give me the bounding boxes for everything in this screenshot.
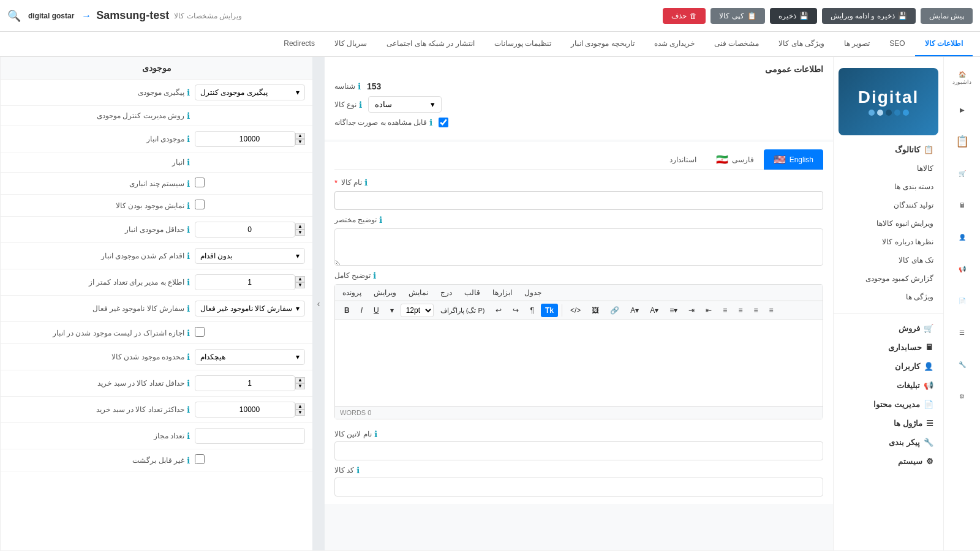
nonreturn-checkbox[interactable] bbox=[195, 454, 205, 464]
tab-seo[interactable]: SEO bbox=[880, 32, 914, 56]
panel-separator[interactable]: › bbox=[312, 57, 325, 550]
toolbar-list-bullets[interactable]: ≡▾ bbox=[665, 304, 682, 317]
alert-spinner-down[interactable]: ▼ bbox=[295, 282, 305, 288]
editor-menu-table[interactable]: جدول bbox=[522, 287, 544, 298]
max-cart-down[interactable]: ▼ bbox=[295, 410, 305, 416]
toolbar-indent[interactable]: ⇥ bbox=[684, 304, 699, 317]
editor-menu-edit[interactable]: ویرایش bbox=[371, 287, 399, 298]
toolbar-paragraph[interactable]: پاراگراف (تگ P) bbox=[436, 304, 489, 317]
copy-button[interactable]: 📋 کپی کالا bbox=[710, 8, 764, 24]
toolbar-align-justify[interactable]: ≡ bbox=[764, 304, 777, 317]
toolbar-undo[interactable]: ↩ bbox=[491, 304, 506, 317]
inventory-amount-input[interactable] bbox=[195, 131, 295, 147]
tab-social[interactable]: انتشار در شبکه های اجتماعی bbox=[377, 32, 484, 56]
show-availability-checkbox[interactable] bbox=[195, 200, 205, 209]
tab-redirects[interactable]: Redirects bbox=[274, 32, 325, 56]
oos-dropdown[interactable]: ▾ سفارش کالا ناموجود غیر فعال bbox=[195, 301, 305, 317]
sidebar-item-sales[interactable]: 🛒 bbox=[948, 159, 977, 188]
min-spinner-down[interactable]: ▼ bbox=[295, 230, 305, 236]
sidebar-item-ads[interactable]: 📢 bbox=[948, 254, 977, 283]
menu-item-manufacturers[interactable]: تولید کنندگان bbox=[834, 196, 943, 214]
editor-menu-insert[interactable]: درج bbox=[438, 287, 454, 298]
menu-item-categories[interactable]: دسته بندی ها bbox=[834, 178, 943, 196]
sidebar-item-system[interactable]: ⚙ bbox=[948, 381, 977, 411]
toolbar-image[interactable]: 🖼 bbox=[587, 304, 603, 317]
tab-specs[interactable]: مشخصات فنی bbox=[704, 32, 769, 56]
toolbar-align-center[interactable]: ≡ bbox=[734, 304, 747, 317]
toolbar-outdent[interactable]: ⇤ bbox=[701, 304, 716, 317]
tab-features[interactable]: ویژگی های کالا bbox=[769, 32, 834, 56]
toolbar-underline[interactable]: U bbox=[369, 304, 383, 317]
save-edit-button[interactable]: 💾 ذخیره و ادامه ویرایش bbox=[822, 8, 916, 24]
sidebar-item-modules[interactable]: ☰ bbox=[948, 318, 977, 347]
toolbar-align-right[interactable]: ≡ bbox=[749, 304, 762, 317]
product-name-input[interactable] bbox=[334, 191, 823, 210]
menu-item-reviews[interactable]: نظرها درباره کالا bbox=[834, 233, 943, 251]
editor-body[interactable] bbox=[335, 320, 823, 406]
font-size-select[interactable]: 12pt 14pt 16pt bbox=[401, 304, 434, 317]
short-desc-input[interactable] bbox=[334, 228, 823, 266]
delete-button[interactable]: 🗑 حذف bbox=[663, 8, 706, 24]
min-cart-down[interactable]: ▼ bbox=[295, 383, 305, 389]
sidebar-item-accounting[interactable]: 🖩 bbox=[948, 190, 977, 220]
search-button[interactable]: 🔍 bbox=[7, 9, 21, 23]
toolbar-more-formatting[interactable]: ▾ bbox=[386, 304, 398, 317]
toolbar-color-bg[interactable]: A▾ bbox=[646, 304, 663, 317]
menu-item-features[interactable]: ویژگی ها bbox=[834, 288, 943, 306]
min-cart-up[interactable]: ▲ bbox=[295, 377, 305, 383]
tab-standard[interactable]: استاندارد bbox=[660, 149, 706, 170]
menu-item-tags[interactable]: تک های کالا bbox=[834, 251, 943, 269]
min-inventory-input[interactable] bbox=[195, 222, 295, 238]
latin-name-input[interactable] bbox=[334, 441, 823, 460]
subscribe-checkbox[interactable] bbox=[195, 327, 205, 337]
sidebar-item-users[interactable]: 👤 bbox=[948, 222, 977, 252]
toolbar-color-text[interactable]: A▾ bbox=[626, 304, 643, 317]
min-cart-input[interactable] bbox=[195, 375, 295, 391]
type-dropdown[interactable]: ▾ ساده bbox=[368, 96, 442, 113]
sidebar-item-content[interactable]: 📄 bbox=[948, 286, 977, 315]
sidebar-item-catalog[interactable]: 📋 bbox=[948, 127, 977, 156]
toolbar-redo[interactable]: ↪ bbox=[508, 304, 523, 317]
alert-qty-input[interactable] bbox=[195, 274, 295, 290]
sidebar-item-config[interactable]: 🔧 bbox=[948, 350, 977, 379]
editor-menu-tools[interactable]: ابزارها bbox=[490, 287, 514, 298]
tab-serial[interactable]: سریال کالا bbox=[325, 32, 377, 56]
alert-spinner-up[interactable]: ▲ bbox=[295, 276, 305, 282]
action-dropdown[interactable]: ▾ بدون اقدام bbox=[195, 248, 305, 264]
save-button[interactable]: 💾 ذخیره bbox=[770, 8, 817, 24]
product-code-input[interactable] bbox=[334, 478, 823, 497]
toolbar-bold[interactable]: B bbox=[340, 304, 354, 317]
spinner-up[interactable]: ▲ bbox=[295, 133, 305, 139]
visible-checkbox[interactable] bbox=[439, 118, 448, 127]
toolbar-rtl[interactable]: Tk bbox=[541, 304, 558, 317]
toolbar-link[interactable]: 🔗 bbox=[606, 304, 624, 317]
tab-farsi[interactable]: 🇮🇷 فارسی bbox=[706, 149, 764, 170]
tracking-dropdown[interactable]: ▾ پیگیری موجودی کنترل bbox=[195, 84, 305, 100]
editor-menu-format[interactable]: قالب bbox=[462, 287, 483, 298]
spinner-down[interactable]: ▼ bbox=[295, 139, 305, 145]
toolbar-paragraph-mark[interactable]: ¶ bbox=[526, 304, 538, 317]
editor-menu-file[interactable]: پرونده bbox=[340, 287, 364, 298]
tab-purchased[interactable]: خریداری شده bbox=[644, 32, 704, 56]
toolbar-align-left[interactable]: ≡ bbox=[718, 304, 731, 317]
sidebar-item-orders[interactable]: ▶ bbox=[948, 95, 977, 124]
toolbar-italic[interactable]: I bbox=[356, 304, 367, 317]
multi-warehouse-checkbox[interactable] bbox=[195, 178, 205, 187]
toolbar-code[interactable]: </> bbox=[566, 304, 585, 317]
max-cart-up[interactable]: ▲ bbox=[295, 403, 305, 410]
min-spinner-up[interactable]: ▲ bbox=[295, 223, 305, 230]
range-dropdown[interactable]: ▾ هیچکدام bbox=[195, 349, 305, 365]
menu-item-shortage[interactable]: گزارش کمبود موجودی bbox=[834, 269, 943, 288]
max-cart-input[interactable] bbox=[195, 402, 295, 418]
allowed-qty-input[interactable] bbox=[195, 428, 305, 444]
menu-item-bulk-edit[interactable]: ویرایش انبوه کالاها bbox=[834, 214, 943, 233]
tab-english[interactable]: 🇺🇸 English bbox=[764, 149, 823, 170]
editor-menu-view[interactable]: نمایش bbox=[406, 287, 431, 298]
tab-images[interactable]: تصویر ها bbox=[834, 32, 880, 56]
preview-button[interactable]: پیش نمایش bbox=[921, 8, 973, 24]
tab-commission[interactable]: تنظیمات پورسانات bbox=[484, 32, 561, 56]
menu-item-products[interactable]: کالاها bbox=[834, 159, 943, 178]
sidebar-item-dashboard[interactable]: 🏠 داشبورد bbox=[948, 63, 977, 92]
tab-product-info[interactable]: اطلاعات کالا bbox=[915, 32, 973, 56]
tab-inventory-history[interactable]: تاریخچه موجودی انبار bbox=[561, 32, 644, 56]
